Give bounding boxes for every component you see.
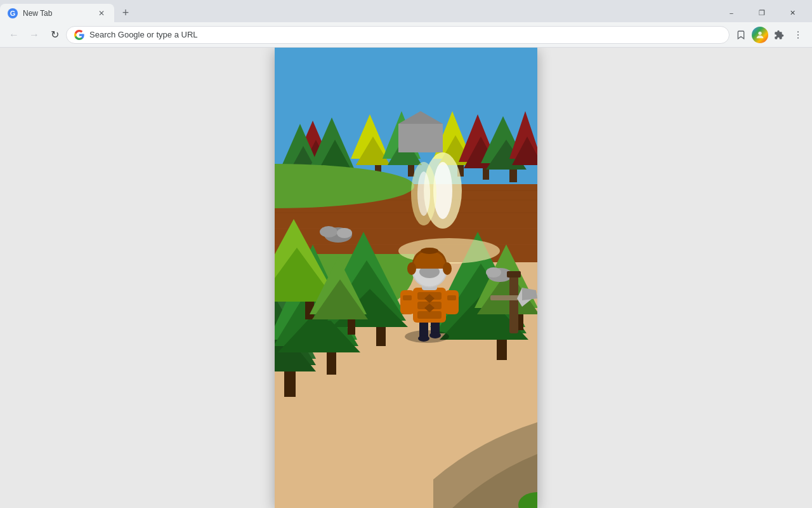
game-scene-svg	[275, 48, 537, 508]
svg-point-70	[429, 332, 441, 338]
svg-rect-43	[327, 352, 336, 375]
svg-point-0	[758, 31, 761, 34]
page-content	[0, 48, 812, 508]
menu-button[interactable]	[789, 26, 807, 44]
svg-marker-30	[398, 111, 443, 124]
svg-rect-27	[509, 170, 517, 182]
svg-rect-76	[403, 295, 412, 300]
svg-rect-50	[376, 327, 386, 346]
tab-favicon: G	[8, 8, 18, 18]
game-canvas	[275, 48, 537, 508]
char-arm-left	[400, 290, 414, 314]
bookmark-button[interactable]	[732, 26, 750, 44]
minimize-button[interactable]: −	[717, 3, 746, 23]
reload-button[interactable]: ↻	[46, 26, 63, 44]
chrome-window: G New Tab ✕ + − ❐ ✕ ← → ↻ Search Googl	[0, 0, 812, 508]
google-search-icon	[74, 30, 84, 40]
svg-rect-24	[483, 168, 489, 180]
title-bar: G New Tab ✕ + − ❐ ✕	[0, 0, 812, 22]
profile-avatar	[752, 27, 768, 43]
browser-toolbar: ← → ↻ Search Google or type a URL	[0, 22, 812, 48]
svg-rect-67	[507, 271, 521, 277]
tab-close-button[interactable]: ✕	[96, 8, 107, 18]
tab-strip: G New Tab ✕ +	[0, 4, 712, 22]
tab-title: New Tab	[23, 9, 91, 18]
svg-point-81	[407, 262, 416, 275]
svg-point-2	[797, 34, 799, 36]
svg-rect-39	[284, 371, 296, 397]
svg-rect-53	[348, 319, 355, 335]
google-favicon-icon: G	[8, 8, 18, 18]
wooden-post	[509, 273, 518, 333]
building-back	[398, 124, 443, 152]
active-tab[interactable]: G New Tab ✕	[0, 4, 114, 22]
svg-point-62	[337, 228, 352, 238]
restore-button[interactable]: ❐	[747, 3, 776, 23]
svg-marker-68	[522, 288, 537, 300]
forward-button[interactable]: →	[25, 26, 43, 44]
svg-rect-18	[408, 165, 414, 177]
address-text: Search Google or type a URL	[89, 30, 721, 39]
profile-button[interactable]	[751, 26, 769, 44]
svg-point-80	[421, 248, 438, 254]
char-arm-right	[445, 290, 459, 314]
close-button[interactable]: ✕	[778, 3, 807, 23]
svg-point-69	[418, 335, 429, 342]
svg-point-66	[417, 171, 430, 216]
svg-point-1	[797, 31, 799, 32]
svg-point-3	[797, 37, 799, 38]
svg-rect-77	[447, 295, 456, 300]
svg-point-82	[443, 262, 452, 275]
svg-point-61	[320, 226, 337, 237]
svg-point-63	[486, 267, 501, 277]
toolbar-actions	[732, 26, 807, 44]
new-tab-button[interactable]: +	[117, 4, 134, 22]
window-controls: − ❐ ✕	[712, 4, 812, 22]
back-button[interactable]: ←	[5, 26, 23, 44]
svg-rect-57	[497, 340, 507, 360]
extensions-button[interactable]	[770, 26, 788, 44]
address-bar[interactable]: Search Google or type a URL	[66, 26, 730, 44]
